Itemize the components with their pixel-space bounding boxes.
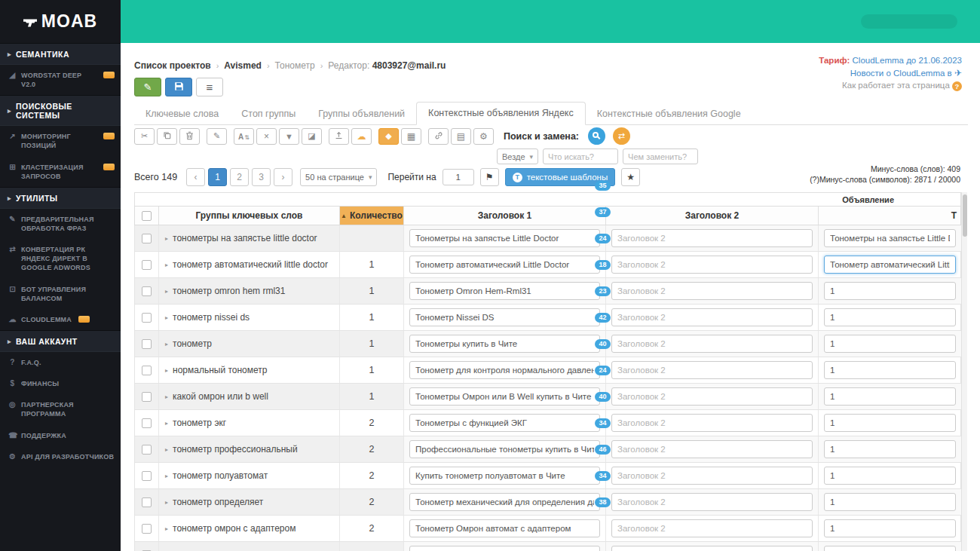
keyword-group-cell[interactable]: ▸тонометр omron hem rml31	[159, 278, 340, 304]
news-link[interactable]: Новости о CloudLemma в	[850, 69, 952, 78]
sidebar-section-header[interactable]: ▸ВАШ АККАУНТ	[0, 330, 121, 352]
adtext-input[interactable]	[824, 282, 956, 300]
prev-page-button[interactable]: ‹	[186, 168, 205, 186]
grid-view-button[interactable]: ▦	[401, 128, 421, 145]
search-scope-select[interactable]: Везде ▾	[497, 148, 538, 164]
headline2-input[interactable]	[611, 467, 813, 485]
headline1-input[interactable]	[409, 229, 600, 247]
row-checkbox[interactable]	[142, 234, 152, 243]
sidebar-item[interactable]: ⇄КОНВЕРТАЦИЯ РК ЯНДЕКС ДИРЕКТ В GOOGLE A…	[0, 239, 121, 278]
breadcrumb-item[interactable]: Тонометр	[275, 60, 315, 71]
telegram-icon[interactable]: ✈	[954, 68, 962, 78]
search-button[interactable]	[588, 127, 605, 145]
tab-stop-groups[interactable]: Стоп группы	[230, 103, 307, 125]
select-all-checkbox[interactable]	[142, 211, 152, 221]
app-logo[interactable]: MOAB	[0, 0, 121, 43]
row-checkbox[interactable]	[142, 286, 152, 296]
edit-project-button[interactable]: ✎	[134, 78, 161, 96]
row-checkbox[interactable]	[142, 313, 152, 323]
sidebar-item[interactable]: ☁CLOUDLEMMA	[0, 309, 121, 330]
breadcrumb-item[interactable]: Avismed	[224, 60, 262, 71]
col-header-text[interactable]: Т	[819, 207, 962, 225]
adtext-input[interactable]	[824, 546, 956, 551]
row-checkbox[interactable]	[142, 260, 152, 270]
adtext-input[interactable]	[824, 229, 956, 247]
keyword-group-cell[interactable]: ▸тонометр полуавтомат	[159, 463, 340, 488]
yandex-direct-button[interactable]: ◆	[378, 128, 399, 145]
form-button[interactable]: ▤	[451, 128, 471, 145]
goto-page-input[interactable]	[443, 169, 474, 185]
flag-button[interactable]: ⚑	[480, 168, 499, 186]
row-checkbox[interactable]	[142, 497, 152, 507]
filter-button[interactable]: ▼	[279, 128, 299, 145]
col-header-headline1[interactable]: Заголовок 1	[404, 207, 606, 225]
keyword-group-cell[interactable]: ▸тонометр омрон с адаптером	[159, 516, 340, 541]
find-input[interactable]	[543, 148, 618, 164]
adtext-input[interactable]	[824, 387, 956, 406]
help-icon[interactable]: ?	[952, 81, 962, 91]
sidebar-item[interactable]: ?F.A.Q.	[0, 352, 121, 373]
headline2-input[interactable]	[611, 256, 813, 274]
headline1-input[interactable]	[409, 440, 600, 458]
col-header-count[interactable]: ▲ Количество	[340, 207, 404, 225]
page-button-1[interactable]: 1	[208, 168, 227, 186]
row-checkbox[interactable]	[142, 366, 152, 375]
sidebar-item[interactable]: ⚙API ДЛЯ РАЗРАБОТЧИКОВ	[0, 446, 121, 467]
headline2-input[interactable]	[611, 335, 813, 353]
headline1-input[interactable]	[409, 387, 600, 406]
account-button[interactable]	[861, 14, 957, 29]
headline1-input[interactable]	[409, 335, 600, 353]
headline1-input[interactable]	[409, 361, 600, 379]
headline1-input[interactable]	[409, 493, 600, 511]
sidebar-item[interactable]: $ФИНАНСЫ	[0, 373, 121, 394]
delete-button[interactable]	[179, 128, 200, 145]
row-checkbox[interactable]	[142, 339, 152, 349]
page-button-3[interactable]: 3	[252, 168, 271, 186]
keyword-group-cell[interactable]: ▸тонометр экг	[159, 410, 340, 436]
headline2-input[interactable]	[611, 282, 813, 300]
sidebar-item[interactable]: ◢WORDSTAT DEEP V2.0	[0, 65, 121, 95]
per-page-select[interactable]: 50 на странице ▾	[300, 168, 377, 186]
save-button[interactable]	[165, 78, 192, 96]
row-checkbox[interactable]	[142, 445, 152, 455]
headline2-input[interactable]	[611, 387, 813, 406]
change-case-button[interactable]: A⇅	[234, 128, 254, 145]
headline2-input[interactable]	[611, 440, 813, 458]
sidebar-section-header[interactable]: ▸ПОИСКОВЫЕ СИСТЕМЫ	[0, 95, 121, 126]
breadcrumb-item[interactable]: Список проектов	[134, 60, 211, 71]
help-link[interactable]: Как работает эта страница	[842, 81, 950, 90]
headline2-input[interactable]	[611, 229, 813, 247]
adtext-input[interactable]	[824, 519, 956, 537]
adtext-input[interactable]	[824, 361, 956, 379]
sidebar-section-header[interactable]: ▸УТИЛИТЫ	[0, 187, 121, 209]
headline1-input[interactable]	[409, 282, 600, 300]
tab-keywords[interactable]: Ключевые слова	[134, 103, 230, 125]
link-button[interactable]	[428, 128, 449, 145]
row-checkbox[interactable]	[142, 471, 152, 481]
sidebar-item[interactable]: ☎ПОДДЕРЖКА	[0, 425, 121, 446]
keyword-group-cell[interactable]: ▸нормальный тонометр	[159, 357, 340, 383]
keyword-group-cell[interactable]: ▸тонометр автоматический little doctor	[159, 252, 340, 277]
keyword-group-cell[interactable]: ▸какой омрон или b well	[159, 384, 340, 409]
menu-button[interactable]: ≡	[196, 78, 223, 96]
headline1-input[interactable]	[409, 467, 600, 485]
headline2-input[interactable]	[611, 414, 813, 432]
adtext-input[interactable]	[824, 308, 956, 326]
tab-yandex-ads[interactable]: Контекстные объявления Яндекс	[416, 102, 586, 125]
keyword-group-cell[interactable]: ▸тонометр определяет	[159, 489, 340, 515]
scrollbar-thumb[interactable]	[963, 194, 967, 237]
favorite-button[interactable]: ★	[621, 168, 640, 186]
headline1-input[interactable]	[409, 308, 600, 326]
row-checkbox[interactable]	[142, 524, 152, 534]
adtext-input[interactable]	[824, 467, 956, 485]
next-page-button[interactable]: ›	[274, 168, 292, 186]
headline2-input[interactable]	[611, 546, 813, 551]
keyword-group-cell[interactable]: ▸	[159, 542, 340, 551]
replace-button[interactable]: ⇄	[613, 127, 630, 145]
vertical-scrollbar[interactable]	[961, 192, 967, 551]
headline1-input[interactable]	[409, 519, 600, 537]
sidebar-item[interactable]: ⊞КЛАСТЕРИЗАЦИЯ ЗАПРОСОВ	[0, 157, 121, 187]
keyword-group-cell[interactable]: ▸тонометр	[159, 331, 340, 357]
copy-button[interactable]	[157, 128, 177, 145]
upload-button[interactable]	[329, 128, 349, 145]
